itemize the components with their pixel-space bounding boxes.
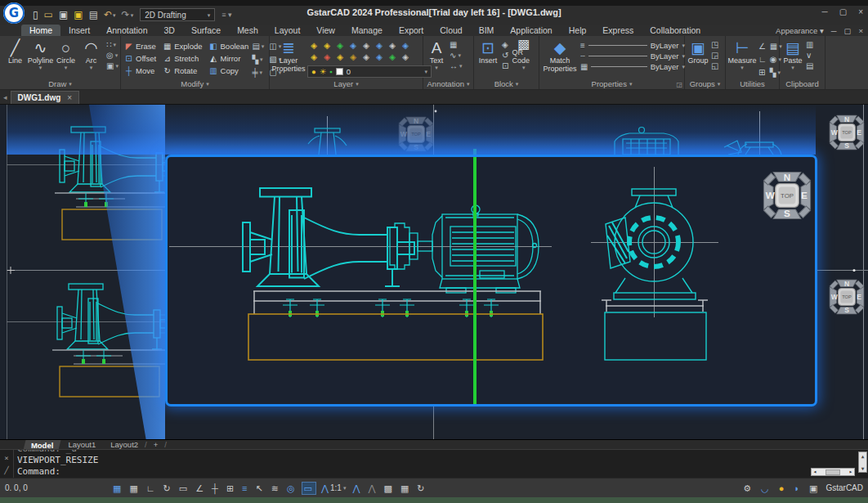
pump-side-view[interactable] bbox=[243, 188, 414, 286]
layer-tool-icon[interactable]: ◈ bbox=[347, 52, 360, 63]
snap-icon[interactable]: ▦ ▾ bbox=[111, 483, 124, 494]
layer-tool-icon[interactable]: ◈ bbox=[360, 52, 373, 63]
break-icon[interactable]: ╪▾ bbox=[252, 67, 264, 79]
qr-code-button[interactable]: ▩ QR Code ▾ bbox=[512, 38, 535, 79]
ribbon-tab[interactable]: Export bbox=[391, 25, 432, 36]
ribbon-tab[interactable]: Cloud bbox=[432, 25, 470, 36]
modify-tool-button[interactable]: ⊡ Offset bbox=[124, 52, 156, 65]
define-attribute-icon[interactable]: ◈ bbox=[502, 40, 508, 49]
copy-with-base-icon[interactable]: ▤ bbox=[806, 61, 813, 70]
layer-tool-icon[interactable]: ◈ bbox=[307, 40, 320, 52]
fullscreen-icon[interactable]: ▣ bbox=[808, 483, 819, 494]
clean-screen-icon[interactable]: ▭ ▾ bbox=[302, 482, 316, 495]
group-button[interactable]: ▣ Group bbox=[688, 38, 708, 79]
angle-icon[interactable]: ∠▾ bbox=[758, 40, 767, 52]
unlock-icon[interactable]: ◡ bbox=[759, 483, 771, 494]
layer-select[interactable]: ● ☀ ▪ 0 ▾ bbox=[307, 65, 432, 78]
ribbon-minimize-button[interactable]: ─ bbox=[831, 26, 837, 35]
layer-tool-icon[interactable]: ◈ bbox=[360, 40, 373, 52]
layer-tool-icon[interactable]: ◈ bbox=[373, 40, 386, 52]
cut-icon[interactable]: ∨ bbox=[806, 51, 813, 60]
transparency-icon[interactable]: ≋ ▾ bbox=[270, 483, 282, 494]
modify-tool-button[interactable]: ⊿ Stretch bbox=[163, 52, 202, 65]
hatch-tools-icon[interactable]: ▣▾ bbox=[106, 61, 119, 70]
close-tab-icon[interactable]: × bbox=[67, 93, 72, 102]
measure-button[interactable]: ⊢ Measure ▾ bbox=[729, 38, 755, 79]
inset-drawing[interactable] bbox=[168, 157, 815, 404]
isometric-drafting-icon[interactable]: ▭ ▾ bbox=[177, 483, 190, 494]
modify-tool-button[interactable]: ↻ Rotate bbox=[163, 65, 202, 77]
settings-gear-icon[interactable]: ⚙ bbox=[741, 483, 753, 494]
modify-tool-button[interactable]: ◭ Mirror bbox=[209, 52, 249, 65]
ribbon-tab[interactable]: BIM bbox=[471, 25, 503, 36]
ribbon-tab[interactable]: Insert bbox=[60, 25, 98, 36]
ungroup-icon[interactable]: ◳ bbox=[711, 40, 718, 49]
group-manager-icon[interactable]: ◱ bbox=[711, 61, 718, 70]
add-layout-tab[interactable]: + bbox=[147, 440, 165, 450]
foundation-outline[interactable] bbox=[248, 314, 543, 360]
new-file-icon[interactable]: ▯ ▾ bbox=[33, 10, 38, 20]
appearance-menu[interactable]: Appearance ▾ bbox=[776, 26, 824, 35]
ribbon-tab[interactable]: Home bbox=[21, 25, 60, 36]
command-horizontal-scrollbar[interactable]: ◂▸ bbox=[811, 468, 855, 476]
command-vertical-scrollbar[interactable]: ▲▼ bbox=[858, 451, 867, 473]
utilities-panel-label[interactable]: Utilities bbox=[726, 79, 779, 89]
view-cube-mid-right[interactable] bbox=[830, 279, 864, 313]
auto-annotation-icon[interactable]: ⋀ ▾ bbox=[366, 483, 378, 494]
ribbon-tab[interactable]: View bbox=[308, 25, 343, 36]
donut-tools-icon[interactable]: ◎▾ bbox=[106, 51, 119, 60]
undo-icon[interactable]: ↶ ▾ bbox=[104, 10, 116, 20]
feedback-icon[interactable]: ◗ bbox=[792, 483, 801, 494]
open-icon[interactable]: ▭ ▾ bbox=[44, 10, 53, 20]
layer-tool-icon[interactable]: ◈ bbox=[320, 52, 333, 63]
tab-scroll-left-icon[interactable]: ◂ bbox=[0, 93, 11, 104]
base-frame[interactable] bbox=[253, 291, 541, 314]
ribbon-tab[interactable]: Mesh bbox=[229, 25, 266, 36]
app-logo[interactable]: G bbox=[3, 2, 25, 24]
ribbon-tab[interactable]: Help bbox=[561, 25, 595, 36]
text-button[interactable]: A Text ▾ bbox=[427, 38, 446, 79]
bulb-icon[interactable]: ● bbox=[777, 483, 786, 494]
quick-select-icon[interactable]: ⊞▾ bbox=[758, 67, 767, 79]
selection-cycling-icon[interactable]: ↖ ▾ bbox=[254, 483, 266, 494]
edit-command-icon[interactable]: ╱ bbox=[4, 466, 8, 474]
green-line[interactable] bbox=[473, 157, 477, 404]
minimize-button[interactable]: ─ bbox=[822, 7, 828, 16]
ribbon-tab[interactable]: 3D bbox=[156, 25, 183, 36]
ribbon-tab[interactable]: Application bbox=[502, 25, 560, 36]
layer-tool-icon[interactable]: ◈ bbox=[333, 52, 347, 63]
array-icon[interactable]: ▤▾ bbox=[252, 40, 264, 52]
document-tab[interactable]: DWG1.dwg × bbox=[11, 91, 80, 104]
match-properties-button[interactable]: ◆ Match Properties bbox=[543, 38, 577, 79]
workspace-select[interactable]: 2D Drafting ▾ bbox=[140, 8, 215, 21]
ribbon-tab[interactable]: Annotation bbox=[98, 25, 155, 36]
ribbon-tab[interactable]: Collaboration bbox=[642, 25, 709, 36]
command-prompt[interactable]: Command: bbox=[17, 466, 868, 478]
layer-tool-icon[interactable]: ◈ bbox=[386, 40, 399, 52]
divider-grip[interactable] bbox=[852, 269, 855, 272]
view-cube-ghost[interactable] bbox=[399, 116, 433, 150]
polar-tracking-icon[interactable]: ↻ ▾ bbox=[162, 483, 174, 494]
print-icon[interactable]: ▤ ▾ bbox=[89, 10, 98, 20]
modify-tool-button[interactable]: ▥ Copy bbox=[209, 65, 249, 77]
quick-zoom-icon[interactable]: ◎ ▾ bbox=[285, 483, 298, 494]
osnap-icon[interactable]: ∠ ▾ bbox=[194, 483, 207, 494]
sync-icon[interactable]: ↻ ▾ bbox=[415, 483, 427, 494]
ribbon-tab[interactable]: Manage bbox=[343, 25, 391, 36]
view-cube-inset[interactable] bbox=[763, 172, 810, 219]
copy-clip-icon[interactable]: ▥ bbox=[806, 40, 813, 49]
block-panel-label[interactable]: Block▾ bbox=[474, 79, 539, 89]
block-editor-icon[interactable]: ↺ bbox=[502, 51, 508, 60]
ribbon-tab[interactable]: Layout bbox=[266, 25, 309, 36]
view-cube-top-right[interactable] bbox=[830, 115, 864, 149]
draw-tool-button[interactable]: ◠ Arc ▾ bbox=[79, 38, 103, 79]
layer-tool-icon[interactable]: ◈ bbox=[307, 52, 320, 63]
ribbon-tab[interactable]: Express bbox=[594, 25, 642, 36]
pump-end-view[interactable] bbox=[591, 167, 718, 360]
layer-tool-icon[interactable]: ◈ bbox=[320, 40, 333, 52]
save-as-icon[interactable]: ▣ ▾ bbox=[74, 10, 83, 20]
layer-tool-icon[interactable]: ◈ bbox=[333, 40, 347, 52]
group-edit-icon[interactable]: ◲ bbox=[711, 51, 718, 60]
modify-panel-label[interactable]: Modify▾ bbox=[121, 79, 269, 89]
lineweight-icon[interactable]: ≡ ▾ bbox=[240, 483, 250, 494]
